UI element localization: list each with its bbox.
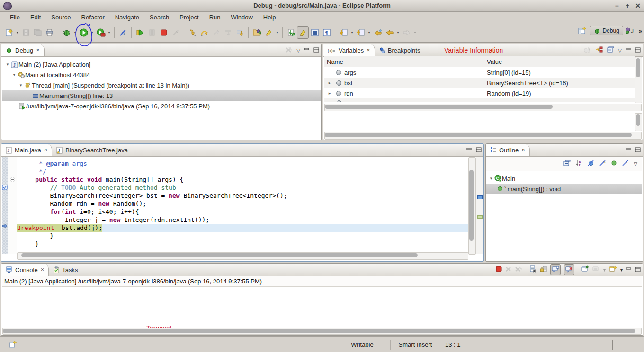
console-tab-close-icon[interactable]: ✕ — [40, 267, 45, 272]
variables-view-maximize-icon[interactable] — [635, 47, 641, 53]
expand-icon[interactable]: ▾ — [5, 62, 10, 67]
console-tab[interactable]: Console ✕ — [1, 264, 49, 276]
scroll-lock-icon[interactable] — [540, 265, 547, 274]
remove-all-terminated-icon[interactable] — [285, 46, 293, 54]
debug-tree-row-launch[interactable]: ▾ J Main (2) [Java Application] — [2, 59, 321, 70]
overview-ruler[interactable] — [476, 157, 483, 254]
debug-tree-row-thread[interactable]: ▾ Thread [main] (Suspended (breakpoint a… — [2, 80, 321, 90]
menu-source[interactable]: Source — [46, 14, 76, 21]
pin-console-icon[interactable] — [581, 265, 589, 274]
suspend-button[interactable] — [146, 26, 158, 39]
menu-project[interactable]: Project — [174, 14, 204, 21]
overview-occurrence-marker[interactable] — [477, 215, 483, 219]
save-all-button[interactable] — [32, 26, 44, 39]
debug-view-tab-close-icon[interactable]: ✕ — [36, 48, 40, 53]
variable-row-rdn[interactable]: ▸ rdn Random (id=19) — [324, 88, 635, 98]
sort-icon[interactable]: az — [575, 159, 582, 168]
disconnect-button[interactable] — [170, 26, 181, 39]
fold-collapse-icon[interactable] — [9, 176, 16, 184]
hide-non-public-icon[interactable] — [611, 160, 617, 167]
remove-all-launches-icon[interactable] — [515, 266, 522, 273]
code-line[interactable]: } — [20, 232, 54, 240]
detail-vscrollbar[interactable] — [635, 113, 642, 131]
hide-local-types-icon[interactable]: L — [622, 159, 629, 168]
editor-hscrollbar[interactable] — [17, 252, 468, 260]
step-return-button[interactable] — [210, 26, 222, 39]
editor-vscrollbar[interactable] — [468, 157, 476, 255]
minimize-button[interactable]: – — [612, 0, 622, 11]
outline-maximize-icon[interactable] — [635, 147, 641, 153]
show-whitespace-button[interactable]: ¶ — [321, 26, 332, 39]
variables-view-menu-icon[interactable]: ▽ — [618, 48, 622, 53]
column-header-name[interactable]: Name — [324, 58, 343, 65]
resume-button[interactable] — [134, 26, 146, 39]
debug-view-maximize-icon[interactable] — [313, 47, 319, 53]
instruction-pointer-icon[interactable] — [1, 223, 8, 230]
external-tools-dropdown[interactable]: ▾ — [107, 30, 112, 35]
editor-minimize-icon[interactable] — [466, 147, 472, 153]
next-annotation-button[interactable] — [338, 26, 349, 39]
variable-row-bst[interactable]: ▸ bst BinarySearchTree<T> (id=16) — [324, 78, 635, 88]
code-line[interactable]: Integer j = new Integer(rdn.nextInt()); — [20, 216, 209, 224]
code-line[interactable]: public static void main(String[] args) { — [20, 176, 183, 184]
console-minimize-icon[interactable] — [626, 267, 632, 273]
variables-tab-close-icon[interactable]: ✕ — [366, 48, 370, 53]
show-logical-structure-icon[interactable] — [595, 46, 603, 54]
menu-run[interactable]: Run — [204, 14, 226, 21]
back-button[interactable] — [384, 26, 395, 39]
outline-row-class[interactable]: ▾ C Main — [486, 173, 642, 184]
print-button[interactable] — [44, 26, 55, 39]
maximize-button[interactable]: + — [622, 0, 633, 11]
column-header-value[interactable]: Value — [487, 58, 502, 65]
forward-button[interactable] — [401, 26, 412, 39]
variables-detail-pane[interactable] — [324, 112, 635, 132]
editor-tab-binarysearchtree-java[interactable]: J BinarySearchTree.java — [52, 144, 132, 156]
detail-hscrollbar[interactable] — [324, 132, 642, 140]
mark-occurrences-button[interactable] — [263, 26, 275, 39]
expand-icon[interactable]: ▾ — [488, 176, 494, 181]
previous-annotation-button[interactable] — [355, 26, 367, 39]
code-line[interactable]: BinarySearchTree<Integer> bst = new Bina… — [20, 192, 287, 200]
menu-edit[interactable]: Edit — [25, 14, 46, 21]
variables-vscrollbar[interactable] — [635, 57, 642, 103]
variable-row-partial[interactable] — [324, 98, 635, 102]
new-wizard-dropdown[interactable]: ▾ — [15, 30, 20, 35]
step-into-button[interactable] — [187, 26, 198, 39]
debug-launch-button[interactable] — [61, 26, 72, 39]
variables-table-header[interactable]: Name Value — [324, 56, 635, 68]
save-button[interactable] — [20, 26, 32, 39]
code-line-breakpoint[interactable]: Breakpoint bst.add(j); — [17, 224, 102, 232]
variables-view-minimize-icon[interactable] — [626, 47, 631, 53]
next-change-button[interactable]: C — [285, 26, 297, 39]
new-wizard-button[interactable] — [3, 26, 15, 39]
open-console-dropdown[interactable]: ▾ — [620, 267, 623, 273]
variables-tab[interactable]: (x)= Variables ✕ — [323, 44, 375, 56]
perspective-debug-button[interactable]: Debug — [590, 26, 623, 35]
open-perspective-button[interactable] — [576, 25, 588, 37]
fast-view-icon[interactable] — [9, 340, 18, 350]
annotation-ruler[interactable] — [2, 157, 8, 254]
external-tools-button[interactable] — [95, 26, 107, 39]
block-selection-button[interactable] — [309, 26, 321, 39]
last-edit-location-button[interactable] — [372, 26, 384, 39]
menu-window[interactable]: Window — [226, 14, 258, 21]
outline-tab[interactable]: Outline ✕ — [486, 144, 530, 156]
menu-help[interactable]: Help — [258, 14, 281, 21]
task-marker-icon[interactable] — [2, 185, 8, 192]
editor-tab-close-icon[interactable]: ✕ — [44, 148, 48, 152]
open-task-button[interactable] — [251, 26, 263, 39]
mark-occurrences-dropdown[interactable]: ▾ — [275, 30, 280, 35]
collapse-all-icon[interactable] — [607, 46, 614, 54]
editor-maximize-icon[interactable] — [476, 147, 482, 153]
code-line[interactable]: * @param args — [20, 159, 87, 167]
close-button[interactable]: ✕ — [633, 0, 643, 11]
run-launch-dropdown[interactable]: ▾ — [89, 30, 95, 35]
hide-fields-icon[interactable] — [587, 159, 594, 168]
variables-hscrollbar[interactable] — [324, 104, 642, 111]
previous-annotation-dropdown[interactable]: ▾ — [367, 30, 372, 35]
run-launch-button[interactable] — [78, 26, 89, 39]
menu-search[interactable]: Search — [144, 14, 174, 21]
highlighter-button[interactable] — [297, 26, 309, 39]
show-type-names-icon[interactable] — [584, 46, 591, 54]
console-maximize-icon[interactable] — [635, 267, 641, 273]
